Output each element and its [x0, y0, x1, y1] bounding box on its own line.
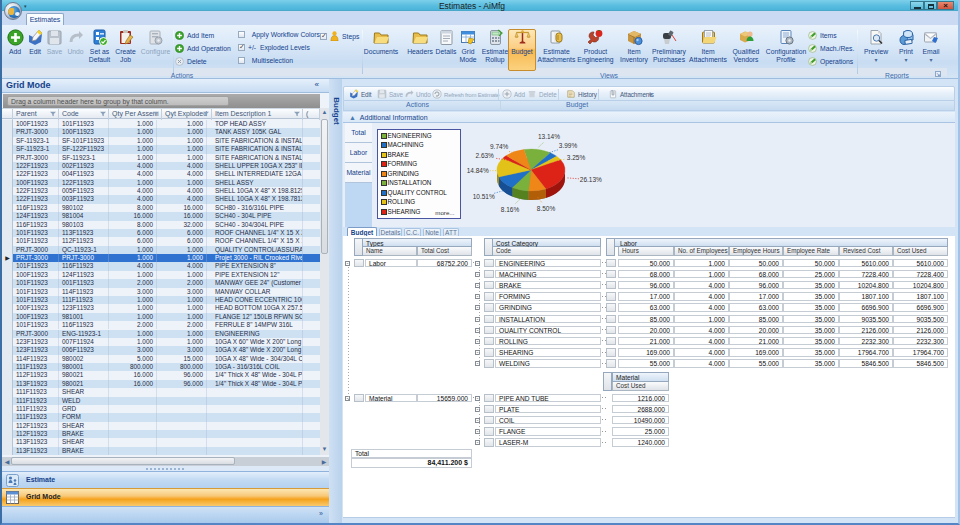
svg-text:14.84%: 14.84% [467, 167, 489, 174]
svg-text:8.16%: 8.16% [501, 206, 520, 213]
svg-text:13.14%: 13.14% [538, 133, 560, 140]
svg-text:2.63%: 2.63% [475, 152, 494, 159]
svg-text:8.50%: 8.50% [537, 205, 556, 212]
svg-text:10.51%: 10.51% [473, 193, 495, 200]
svg-text:3.99%: 3.99% [559, 142, 578, 149]
svg-text:3.25%: 3.25% [567, 154, 586, 161]
svg-text:26.13%: 26.13% [580, 176, 602, 183]
svg-text:9.74%: 9.74% [490, 143, 509, 150]
